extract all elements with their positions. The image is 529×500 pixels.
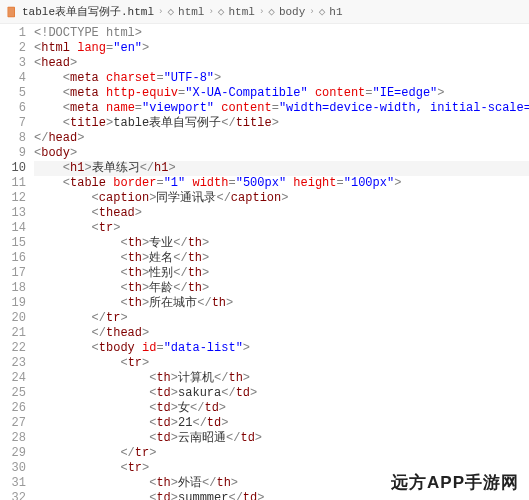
code-editor[interactable]: 1234567891011121314151617181920212223242…	[0, 24, 529, 500]
breadcrumb-part-html[interactable]: html	[228, 6, 254, 18]
breadcrumb: table表单自写例子.html › ◇ html › ◇ html › ◇ b…	[0, 0, 529, 24]
breadcrumb-tag-icon: ◇	[319, 5, 326, 18]
svg-rect-1	[8, 7, 14, 16]
line-number: 11	[0, 176, 26, 191]
chevron-right-icon: ›	[208, 7, 213, 17]
code-line[interactable]: </tr>	[34, 446, 529, 461]
breadcrumb-tag-icon: ◇	[167, 5, 174, 18]
code-line[interactable]: <tbody id="data-list">	[34, 341, 529, 356]
line-number: 18	[0, 281, 26, 296]
code-line[interactable]: <tr>	[34, 221, 529, 236]
code-line[interactable]: <body>	[34, 146, 529, 161]
code-line[interactable]: <table border="1" width="500px" height="…	[34, 176, 529, 191]
line-number: 26	[0, 401, 26, 416]
watermark-text: 远方APP手游网	[391, 471, 519, 494]
line-number: 3	[0, 56, 26, 71]
breadcrumb-file[interactable]: table表单自写例子.html	[22, 4, 154, 19]
code-line[interactable]: <html lang="en">	[34, 41, 529, 56]
line-number: 4	[0, 71, 26, 86]
code-line[interactable]: </thead>	[34, 326, 529, 341]
code-line[interactable]: <td>sakura</td>	[34, 386, 529, 401]
line-number: 7	[0, 116, 26, 131]
line-number: 30	[0, 461, 26, 476]
line-number: 17	[0, 266, 26, 281]
line-number: 16	[0, 251, 26, 266]
code-line[interactable]: </head>	[34, 131, 529, 146]
code-line[interactable]: <meta http-equiv="X-UA-Compatible" conte…	[34, 86, 529, 101]
code-line[interactable]: <td>云南昭通</td>	[34, 431, 529, 446]
breadcrumb-part-html-root[interactable]: html	[178, 6, 204, 18]
line-number: 8	[0, 131, 26, 146]
line-number: 10	[0, 161, 26, 176]
chevron-right-icon: ›	[158, 7, 163, 17]
breadcrumb-part-body[interactable]: body	[279, 6, 305, 18]
code-line[interactable]: <caption>同学通讯录</caption>	[34, 191, 529, 206]
line-number: 27	[0, 416, 26, 431]
html-file-icon	[6, 6, 18, 18]
code-line[interactable]: </tr>	[34, 311, 529, 326]
line-number: 20	[0, 311, 26, 326]
breadcrumb-tag-icon: ◇	[218, 5, 225, 18]
code-area[interactable]: <!DOCTYPE html><html lang="en"><head> <m…	[34, 24, 529, 500]
breadcrumb-part-h1[interactable]: h1	[329, 6, 342, 18]
code-line[interactable]: <th>专业</th>	[34, 236, 529, 251]
code-line[interactable]: <th>性别</th>	[34, 266, 529, 281]
code-line[interactable]: <meta name="viewport" content="width=dev…	[34, 101, 529, 116]
line-number-gutter: 1234567891011121314151617181920212223242…	[0, 24, 34, 500]
code-line[interactable]: <thead>	[34, 206, 529, 221]
chevron-right-icon: ›	[259, 7, 264, 17]
line-number: 1	[0, 26, 26, 41]
code-line[interactable]: <tr>	[34, 356, 529, 371]
code-line[interactable]: <title>table表单自写例子</title>	[34, 116, 529, 131]
code-line[interactable]: <meta charset="UTF-8">	[34, 71, 529, 86]
line-number: 24	[0, 371, 26, 386]
line-number: 31	[0, 476, 26, 491]
line-number: 23	[0, 356, 26, 371]
line-number: 5	[0, 86, 26, 101]
line-number: 32	[0, 491, 26, 500]
line-number: 12	[0, 191, 26, 206]
line-number: 6	[0, 101, 26, 116]
code-line[interactable]: <th>年龄</th>	[34, 281, 529, 296]
chevron-right-icon: ›	[309, 7, 314, 17]
code-line[interactable]: <!DOCTYPE html>	[34, 26, 529, 41]
line-number: 21	[0, 326, 26, 341]
line-number: 28	[0, 431, 26, 446]
line-number: 14	[0, 221, 26, 236]
code-line[interactable]: <h1>表单练习</h1>	[34, 161, 529, 176]
line-number: 2	[0, 41, 26, 56]
code-line[interactable]: <head>	[34, 56, 529, 71]
code-line[interactable]: <td>女</td>	[34, 401, 529, 416]
line-number: 15	[0, 236, 26, 251]
code-line[interactable]: <td>21</td>	[34, 416, 529, 431]
line-number: 22	[0, 341, 26, 356]
line-number: 13	[0, 206, 26, 221]
code-line[interactable]: <th>计算机</th>	[34, 371, 529, 386]
line-number: 25	[0, 386, 26, 401]
breadcrumb-tag-icon: ◇	[268, 5, 275, 18]
line-number: 29	[0, 446, 26, 461]
code-line[interactable]: <th>所在城市</th>	[34, 296, 529, 311]
line-number: 9	[0, 146, 26, 161]
line-number: 19	[0, 296, 26, 311]
code-line[interactable]: <th>姓名</th>	[34, 251, 529, 266]
